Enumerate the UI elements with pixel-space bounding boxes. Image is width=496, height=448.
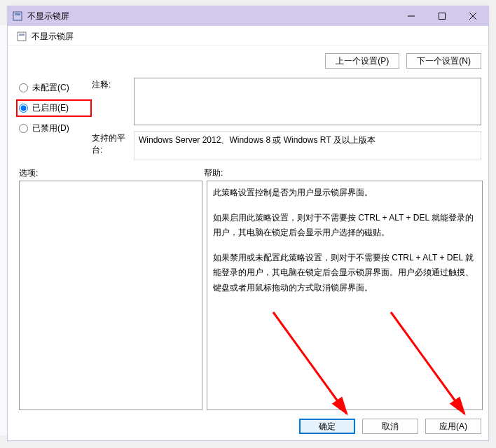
- help-label: 帮助:: [204, 167, 481, 179]
- radio-disabled[interactable]: 已禁用(D): [19, 122, 92, 134]
- radio-enabled[interactable]: 已启用(E): [19, 102, 69, 114]
- cancel-button[interactable]: 取消: [362, 419, 418, 434]
- next-setting-button[interactable]: 下一个设置(N): [406, 53, 481, 69]
- apply-button[interactable]: 应用(A): [425, 419, 481, 434]
- comment-textarea[interactable]: [134, 78, 481, 125]
- section-labels: 选项: 帮助:: [8, 160, 488, 181]
- state-radio-group: 未配置(C) 已启用(E) 已禁用(D): [19, 78, 92, 160]
- svg-rect-3: [439, 13, 446, 20]
- radio-enabled-label: 已启用(E): [32, 102, 69, 114]
- radio-not-configured-input[interactable]: [19, 83, 28, 92]
- comment-label: 注释:: [92, 78, 134, 91]
- radio-enabled-input[interactable]: [19, 104, 28, 113]
- panels: 此策略设置控制是否为用户显示锁屏界面。 如果启用此策略设置，则对于不需要按 CT…: [8, 181, 488, 410]
- highlight-annotation: 已启用(E): [16, 99, 92, 117]
- policy-title: 不显示锁屏: [32, 31, 74, 43]
- platforms-text: Windows Server 2012、Windows 8 或 Windows …: [139, 135, 376, 145]
- ok-button[interactable]: 确定: [299, 419, 355, 434]
- help-paragraph: 此策略设置控制是否为用户显示锁屏界面。: [213, 186, 476, 201]
- help-paragraph: 如果禁用或未配置此策略设置，则对于不需要按 CTRL + ALT + DEL 就…: [213, 251, 476, 296]
- policy-icon: [16, 31, 27, 42]
- help-box[interactable]: 此策略设置控制是否为用户显示锁屏界面。 如果启用此策略设置，则对于不需要按 CT…: [207, 181, 483, 410]
- config-and-fields: 未配置(C) 已启用(E) 已禁用(D) 注释: 支持的平台: Windows …: [8, 72, 488, 160]
- radio-not-configured-label: 未配置(C): [32, 82, 69, 94]
- radio-not-configured[interactable]: 未配置(C): [19, 82, 92, 94]
- policy-window: 不显示锁屏 不显示锁屏 上一个设置(P) 下一个设置(N) 未配置(C) 已启用…: [7, 6, 489, 441]
- maximize-button[interactable]: [427, 6, 457, 26]
- svg-rect-0: [13, 12, 22, 20]
- window-title: 不显示锁屏: [27, 10, 396, 22]
- dialog-footer: 确定 取消 应用(A): [8, 410, 488, 434]
- platforms-box: Windows Server 2012、Windows 8 或 Windows …: [134, 131, 481, 160]
- minimize-button[interactable]: [396, 6, 427, 26]
- svg-rect-7: [19, 34, 25, 36]
- app-icon: [12, 10, 23, 22]
- prev-setting-button[interactable]: 上一个设置(P): [325, 53, 399, 69]
- policy-header: 不显示锁屏: [8, 26, 488, 46]
- nav-row: 上一个设置(P) 下一个设置(N): [8, 46, 488, 72]
- close-button[interactable]: [457, 6, 488, 26]
- titlebar[interactable]: 不显示锁屏: [8, 6, 488, 26]
- options-label: 选项:: [19, 167, 204, 179]
- platforms-label: 支持的平台:: [92, 131, 134, 156]
- help-paragraph: 如果启用此策略设置，则对于不需要按 CTRL + ALT + DEL 就能登录的…: [213, 211, 476, 241]
- options-box[interactable]: [19, 181, 202, 410]
- fields-grid: 注释: 支持的平台: Windows Server 2012、Windows 8…: [92, 78, 481, 160]
- background-strip: [0, 25, 7, 435]
- radio-disabled-label: 已禁用(D): [32, 122, 69, 134]
- svg-rect-6: [18, 32, 26, 41]
- radio-disabled-input[interactable]: [19, 124, 28, 133]
- svg-rect-1: [15, 13, 20, 15]
- window-controls: [396, 6, 488, 26]
